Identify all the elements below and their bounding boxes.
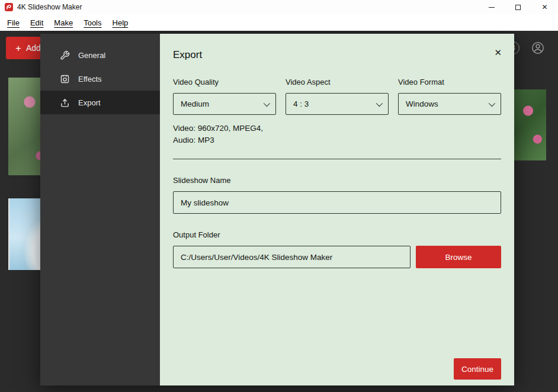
sidebar-item-label: Export [78,98,101,107]
video-aspect-label: Video Aspect [286,78,389,86]
export-dialog: General Effects Export Export ✕ Vide [40,34,514,385]
output-folder-label: Output Folder [173,230,501,239]
sidebar-item-label: Effects [78,75,102,83]
chevron-down-icon [376,99,383,106]
video-format-field: Video Format Windows [398,78,501,115]
menu-item-file[interactable]: File [2,17,25,29]
window-controls: ✕ [478,0,558,14]
menubar: File Edit Make Tools Help [0,14,558,31]
titlebar: 4K Slideshow Maker ✕ [0,0,558,14]
dialog-sidebar: General Effects Export [40,34,160,385]
video-settings-row: Video Quality Medium Video Aspect 4 : 3 … [173,78,501,115]
main-content: + Add... B General Effects [0,31,558,392]
window-title: 4K Slideshow Maker [17,3,82,11]
output-folder-input[interactable] [173,246,411,268]
effects-icon [60,74,70,84]
video-aspect-value: 4 : 3 [293,99,376,108]
wrench-icon [60,50,70,60]
sidebar-item-export[interactable]: Export [40,91,160,114]
maximize-button[interactable] [505,0,531,14]
video-format-value: Windows [406,99,489,108]
sidebar-item-general[interactable]: General [40,43,160,67]
menu-item-tools[interactable]: Tools [78,17,107,29]
output-spec-line1: Video: 960x720, MPEG4, [173,123,501,134]
output-spec-line2: Audio: MP3 [173,134,501,146]
video-quality-select[interactable]: Medium [173,93,276,115]
divider [173,159,501,159]
output-spec-text: Video: 960x720, MPEG4, Audio: MP3 [173,123,501,146]
chevron-down-icon [489,99,495,106]
export-icon [60,98,70,108]
browse-button[interactable]: Browse [416,246,501,268]
video-format-label: Video Format [398,78,501,86]
video-quality-value: Medium [181,99,264,108]
sidebar-item-label: General [78,51,105,60]
menu-item-edit[interactable]: Edit [25,17,49,29]
minimize-icon [489,7,495,8]
output-folder-row: Browse [173,246,501,268]
app-logo-icon [5,3,13,11]
minimize-button[interactable] [478,0,505,14]
plus-icon: + [15,43,21,53]
slideshow-name-input[interactable] [173,191,501,214]
maximize-icon [515,5,521,10]
video-quality-label: Video Quality [173,78,276,86]
dialog-title: Export [173,34,501,61]
chevron-down-icon [264,99,270,106]
video-format-select[interactable]: Windows [398,93,501,115]
menu-item-make[interactable]: Make [49,17,78,29]
slideshow-name-label: Slideshow Name [173,176,501,185]
sidebar-item-effects[interactable]: Effects [40,67,160,91]
close-dialog-button[interactable]: ✕ [494,48,502,57]
video-aspect-field: Video Aspect 4 : 3 [286,78,389,115]
continue-button[interactable]: Continue [454,358,501,380]
account-icon[interactable] [531,41,544,54]
menu-item-help[interactable]: Help [107,17,134,29]
video-quality-field: Video Quality Medium [173,78,276,115]
close-window-button[interactable]: ✕ [531,0,558,14]
video-aspect-select[interactable]: 4 : 3 [286,93,389,115]
export-panel: Export ✕ Video Quality Medium Video Aspe… [160,34,514,385]
